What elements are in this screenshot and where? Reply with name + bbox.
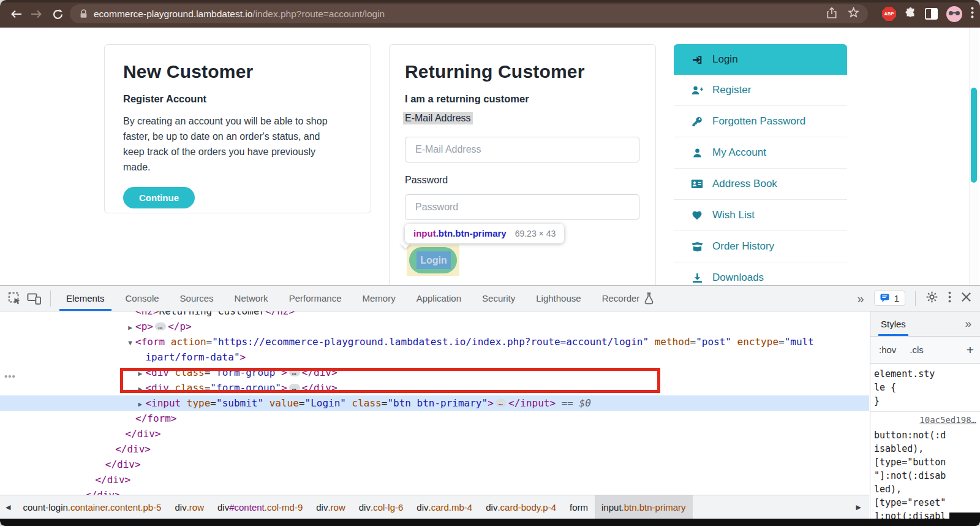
close-devtools-icon[interactable]: [961, 292, 971, 305]
toggle-class-button[interactable]: .cls: [910, 345, 924, 355]
dom-token: </input>: [508, 397, 556, 409]
sidebar-item-label: My Account: [712, 147, 766, 159]
dom-token: ipart/form-data": [145, 351, 239, 363]
sidebar-item-wish-list[interactable]: Wish List: [674, 200, 847, 231]
breadcrumb-item[interactable]: div.row: [309, 495, 352, 519]
register-account-subtitle: Register Account: [123, 93, 352, 105]
page-scrollbar[interactable]: [969, 28, 979, 285]
dom-node[interactable]: </div>: [0, 426, 869, 441]
css-selector-line: "]:not(:disab: [874, 469, 976, 482]
side-panel-icon[interactable]: [925, 8, 938, 20]
dom-node[interactable]: ▼<form action="https://ecommerce-playgro…: [0, 334, 869, 349]
breadcrumb-item[interactable]: div#content.col-md-9: [211, 495, 309, 519]
bookmark-star-icon[interactable]: [848, 7, 859, 21]
email-field[interactable]: [405, 137, 639, 162]
sidebar-item-label: Forgotten Password: [712, 115, 805, 128]
sidebar-item-downloads[interactable]: Downloads: [674, 262, 847, 285]
breadcrumb-item-selected[interactable]: input.btn.btn-primary: [595, 495, 693, 519]
stylesheet-link[interactable]: 10ac5ed198…: [870, 412, 980, 425]
scrollbar-thumb[interactable]: [971, 88, 977, 183]
sidebar-item-order-history[interactable]: Order History: [674, 231, 847, 262]
devtools-tab-memory[interactable]: Memory: [352, 286, 406, 311]
breadcrumb-item[interactable]: div.row: [168, 495, 211, 519]
adblock-plus-icon[interactable]: ABP: [882, 7, 896, 21]
breadcrumb-token: .btn.btn-primary: [622, 502, 686, 513]
breadcrumb-item[interactable]: div.card-body.p-4: [479, 495, 563, 519]
extensions-puzzle-icon[interactable]: [905, 7, 916, 21]
new-customer-title: New Customer: [123, 61, 352, 82]
issues-badge[interactable]: 1: [874, 291, 905, 306]
url-path: /index.php?route=account/login: [252, 9, 385, 20]
breadcrumb-item[interactable]: div.card.mb-4: [410, 495, 479, 519]
devtools-tab-sources[interactable]: Sources: [170, 286, 224, 311]
expand-arrow-icon[interactable]: ▼: [125, 335, 135, 351]
devtools-tab-network[interactable]: Network: [224, 286, 279, 311]
devtools-tab-security[interactable]: Security: [472, 286, 526, 311]
collapse-arrow-icon[interactable]: ▶: [125, 320, 135, 335]
dom-row-menu-dots[interactable]: •••: [4, 371, 16, 381]
collapsed-content-ellipsis[interactable]: …: [155, 322, 166, 330]
sidebar-item-label: Address Book: [712, 178, 777, 190]
breadcrumb-item[interactable]: div.col-lg-6: [352, 495, 410, 519]
styles-more-tabs-icon[interactable]: »: [965, 317, 971, 330]
tab-styles[interactable]: Styles: [881, 311, 906, 336]
collapse-arrow-icon[interactable]: ▶: [135, 397, 145, 412]
dom-node[interactable]: ▶<p>…</p>: [0, 319, 869, 334]
devtools-tab-elements[interactable]: Elements: [56, 286, 115, 311]
breadcrumb-item[interactable]: form: [563, 495, 595, 519]
sidebar-item-address-book[interactable]: Address Book: [674, 169, 847, 200]
account-sidebar-menu: LoginRegisterForgotten PasswordMy Accoun…: [674, 44, 847, 285]
dom-token: type: [181, 397, 210, 409]
dom-node[interactable]: </div>: [0, 441, 869, 457]
password-field[interactable]: [405, 194, 639, 220]
sidebar-item-my-account[interactable]: My Account: [674, 137, 847, 169]
collapsed-content-ellipsis[interactable]: …: [496, 399, 507, 407]
tab-label: Network: [235, 293, 268, 303]
devtools-tab-application[interactable]: Application: [406, 286, 472, 311]
dom-node[interactable]: <h2>Returning Customer</h2>: [0, 311, 869, 319]
dom-node-selected[interactable]: ▶<input type="submit" value="Login" clas…: [0, 395, 869, 411]
dom-node[interactable]: </div>: [0, 472, 869, 487]
styles-sidebar: Styles » :hov .cls + element.style {} 10…: [870, 311, 980, 519]
devtools-tab-performance[interactable]: Performance: [279, 286, 352, 311]
devtools-tab-lighthouse[interactable]: Lighthouse: [526, 286, 591, 311]
devtools-tab-recorder[interactable]: Recorder: [592, 286, 665, 311]
browser-window: ecommerce-playground.lambdatest.io/index…: [0, 0, 980, 526]
devtools-tab-console[interactable]: Console: [115, 286, 170, 311]
css-selector-rule[interactable]: button:not(:disabled),[type="button"]:no…: [870, 425, 980, 519]
forward-icon[interactable]: [29, 7, 44, 21]
settings-gear-icon[interactable]: [925, 291, 938, 306]
breadcrumb-scroll-right-icon[interactable]: ▶: [851, 503, 867, 511]
more-tabs-icon[interactable]: »: [858, 292, 864, 305]
devtools-menu-dots-icon[interactable]: [948, 291, 951, 305]
sidebar-item-forgotten-password[interactable]: Forgotten Password: [674, 106, 847, 137]
dom-node[interactable]: ipart/form-data">: [0, 349, 869, 365]
inspect-tooltip: input.btn.btn-primary 69.23 × 43: [405, 224, 564, 243]
browser-toolbar: ecommerce-playground.lambdatest.io/index…: [0, 0, 980, 28]
dom-node[interactable]: </div>: [0, 487, 869, 495]
profile-avatar[interactable]: [946, 6, 962, 22]
reload-icon[interactable]: [50, 7, 65, 21]
sidebar-item-register[interactable]: Register: [674, 75, 847, 106]
inspect-element-icon[interactable]: [7, 291, 22, 306]
dom-token: "btn btn-primary": [387, 397, 488, 409]
url-bar[interactable]: ecommerce-playground.lambdatest.io/index…: [70, 4, 868, 23]
element-style-rule[interactable]: element.style {}: [870, 364, 980, 412]
breadcrumb-token: div: [217, 502, 229, 513]
breadcrumb-item[interactable]: count-login.container.content.pb-5: [16, 495, 168, 519]
device-toolbar-icon[interactable]: [27, 291, 42, 306]
new-style-rule-button[interactable]: +: [967, 343, 974, 357]
user-plus-icon: [690, 85, 704, 96]
dom-node[interactable]: </div>: [0, 457, 869, 472]
continue-button[interactable]: Continue: [123, 187, 195, 208]
browser-menu-dots-icon[interactable]: [971, 7, 974, 21]
dom-node[interactable]: </form>: [0, 411, 869, 426]
toggle-hover-state-button[interactable]: :hov: [879, 345, 896, 355]
element-style-line: }: [874, 394, 976, 408]
breadcrumb-scroll-left-icon[interactable]: ◀: [0, 503, 16, 511]
css-selector-line: [type="button: [874, 455, 976, 469]
sidebar-item-login[interactable]: Login: [674, 44, 847, 75]
share-icon[interactable]: [827, 7, 837, 21]
back-icon[interactable]: [9, 7, 23, 21]
element-style-line: le {: [874, 381, 976, 394]
